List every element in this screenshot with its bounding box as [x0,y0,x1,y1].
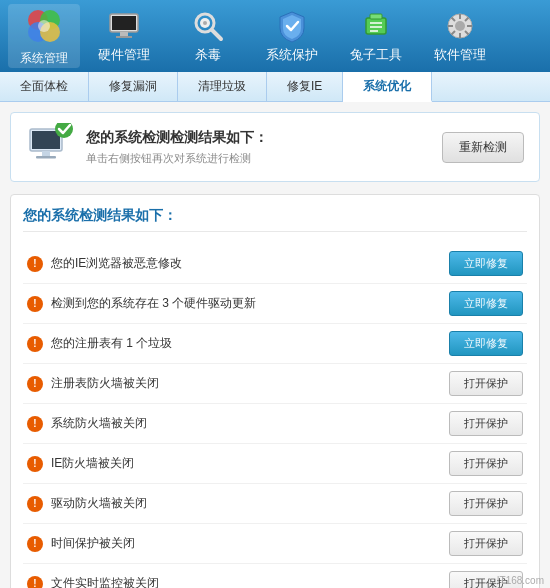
svg-rect-31 [36,156,56,159]
nav-label-tools: 兔子工具 [350,46,402,64]
warn-icon-file-monitor: ! [27,576,43,589]
warn-icon-ie-modified: ! [27,256,43,272]
result-text-driver-update: 检测到您的系统存在 3 个硬件驱动更新 [51,295,256,312]
svg-rect-14 [370,14,382,19]
result-item-ie-firewall: !IE防火墙被关闭打开保护 [23,444,527,484]
svg-rect-30 [42,151,50,156]
nav-item-hardware[interactable]: 硬件管理 [84,4,164,68]
warn-icon-registry-firewall: ! [27,376,43,392]
result-left-registry-junk: !您的注册表有 1 个垃圾 [27,335,172,352]
recheck-button[interactable]: 重新检测 [442,132,524,163]
tab-checkall[interactable]: 全面体检 [0,72,89,101]
protect-icon [274,8,310,44]
brand-button[interactable]: 系统管理 [8,4,80,68]
action-btn-registry-junk[interactable]: 立即修复 [449,331,523,356]
svg-rect-29 [32,131,60,149]
result-item-driver-update: !检测到您的系统存在 3 个硬件驱动更新立即修复 [23,284,527,324]
nav-item-kill[interactable]: 杀毒 [168,4,248,68]
hardware-icon [106,8,142,44]
warn-icon-sys-firewall: ! [27,416,43,432]
action-btn-registry-firewall[interactable]: 打开保护 [449,371,523,396]
warn-icon-registry-junk: ! [27,336,43,352]
warn-icon-ie-firewall: ! [27,456,43,472]
result-left-driver-update: !检测到您的系统存在 3 个硬件驱动更新 [27,295,256,312]
top-nav: 系统管理 硬件管理 杀毒 [0,0,550,72]
result-text-driver-firewall: 驱动防火墙被关闭 [51,495,147,512]
result-left-ie-firewall: !IE防火墙被关闭 [27,455,134,472]
result-left-time-protect: !时间保护被关闭 [27,535,135,552]
result-left-sys-firewall: !系统防火墙被关闭 [27,415,147,432]
svg-point-12 [203,21,207,25]
nav-label-kill: 杀毒 [195,46,221,64]
tab-fixie[interactable]: 修复IE [267,72,343,101]
action-btn-driver-firewall[interactable]: 打开保护 [449,491,523,516]
summary-computer-icon [26,123,74,171]
nav-label-software: 软件管理 [434,46,486,64]
action-btn-ie-modified[interactable]: 立即修复 [449,251,523,276]
result-text-ie-firewall: IE防火墙被关闭 [51,455,134,472]
result-text-sys-firewall: 系统防火墙被关闭 [51,415,147,432]
action-btn-driver-update[interactable]: 立即修复 [449,291,523,316]
tools-icon [358,8,394,44]
svg-line-11 [212,30,221,39]
nav-label-hardware: 硬件管理 [98,46,150,64]
result-left-ie-modified: !您的IE浏览器被恶意修改 [27,255,182,272]
result-item-sys-firewall: !系统防火墙被关闭打开保护 [23,404,527,444]
result-text-registry-junk: 您的注册表有 1 个垃圾 [51,335,172,352]
result-item-file-monitor: !文件实时监控被关闭打开保护 [23,564,527,588]
brand-icon [24,6,64,46]
svg-rect-8 [116,36,132,38]
summary-left: 您的系统检测检测结果如下： 单击右侧按钮再次对系统进行检测 [26,123,268,171]
result-item-registry-firewall: !注册表防火墙被关闭打开保护 [23,364,527,404]
tab-repair[interactable]: 修复漏洞 [89,72,178,101]
software-icon [442,8,478,44]
tab-clean[interactable]: 清理垃圾 [178,72,267,101]
action-btn-sys-firewall[interactable]: 打开保护 [449,411,523,436]
warn-icon-time-protect: ! [27,536,43,552]
result-item-driver-firewall: !驱动防火墙被关闭打开保护 [23,484,527,524]
nav-label-protect: 系统保护 [266,46,318,64]
summary-box: 您的系统检测检测结果如下： 单击右侧按钮再次对系统进行检测 重新检测 [10,112,540,182]
summary-subtitle: 单击右侧按钮再次对系统进行检测 [86,151,268,166]
results-section: 您的系统检测结果如下： !您的IE浏览器被恶意修改立即修复!检测到您的系统存在 … [10,194,540,588]
result-text-time-protect: 时间保护被关闭 [51,535,135,552]
svg-point-4 [38,20,50,32]
result-text-ie-modified: 您的IE浏览器被恶意修改 [51,255,182,272]
tab-optimize[interactable]: 系统优化 [343,72,432,102]
brand-label: 系统管理 [20,50,68,67]
svg-rect-7 [120,32,128,36]
result-text-file-monitor: 文件实时监控被关闭 [51,575,159,588]
result-left-file-monitor: !文件实时监控被关闭 [27,575,159,588]
summary-title: 您的系统检测检测结果如下： [86,129,268,147]
result-item-time-protect: !时间保护被关闭打开保护 [23,524,527,564]
main-content: 您的系统检测检测结果如下： 单击右侧按钮再次对系统进行检测 重新检测 您的系统检… [0,102,550,588]
action-btn-ie-firewall[interactable]: 打开保护 [449,451,523,476]
results-list: !您的IE浏览器被恶意修改立即修复!检测到您的系统存在 3 个硬件驱动更新立即修… [23,244,527,588]
action-btn-time-protect[interactable]: 打开保护 [449,531,523,556]
result-left-registry-firewall: !注册表防火墙被关闭 [27,375,159,392]
nav-item-protect[interactable]: 系统保护 [252,4,332,68]
warn-icon-driver-firewall: ! [27,496,43,512]
result-item-registry-junk: !您的注册表有 1 个垃圾立即修复 [23,324,527,364]
tab-bar: 全面体检 修复漏洞 清理垃圾 修复IE 系统优化 [0,72,550,102]
results-title: 您的系统检测结果如下： [23,207,527,232]
result-item-ie-modified: !您的IE浏览器被恶意修改立即修复 [23,244,527,284]
warn-icon-driver-update: ! [27,296,43,312]
kill-icon [190,8,226,44]
nav-item-tools[interactable]: 兔子工具 [336,4,416,68]
svg-rect-6 [112,16,136,30]
footer-watermark: IT168.com [491,573,550,588]
result-left-driver-firewall: !驱动防火墙被关闭 [27,495,147,512]
result-text-registry-firewall: 注册表防火墙被关闭 [51,375,159,392]
nav-item-software[interactable]: 软件管理 [420,4,500,68]
summary-text: 您的系统检测检测结果如下： 单击右侧按钮再次对系统进行检测 [86,129,268,166]
svg-point-19 [455,21,465,31]
